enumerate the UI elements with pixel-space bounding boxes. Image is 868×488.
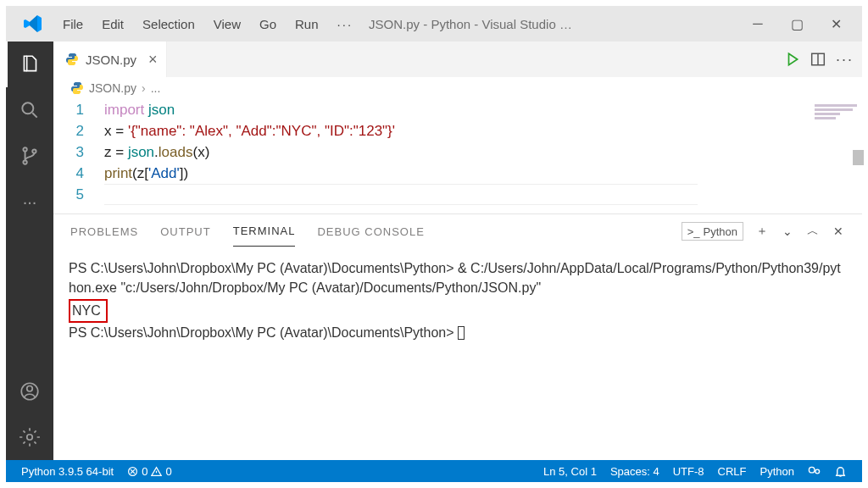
vscode-window: File Edit Selection View Go Run ··· JSON… (0, 0, 868, 488)
activity-search[interactable] (6, 87, 53, 133)
python-file-icon (65, 53, 79, 66)
terminal[interactable]: PS C:\Users\John\Dropbox\My PC (Avatar)\… (53, 248, 862, 460)
activity-more[interactable]: ··· (6, 179, 53, 225)
editor-scrollbar[interactable] (853, 150, 864, 165)
files-icon (19, 53, 42, 75)
window-close-button[interactable]: ✕ (816, 16, 855, 32)
feedback-icon (808, 465, 821, 478)
panel-tab-problems[interactable]: PROBLEMS (70, 217, 138, 247)
panel-close-button[interactable]: ✕ (832, 225, 845, 238)
terminal-cursor (458, 326, 465, 340)
code-editor[interactable]: 1import json 2x = '{"name": "Alex", "Add… (53, 99, 862, 214)
tab-label: JSON.py (86, 53, 136, 67)
window-maximize-button[interactable]: ▢ (777, 16, 816, 32)
split-editor-button[interactable] (810, 52, 826, 67)
activity-settings[interactable] (6, 414, 53, 460)
error-icon (127, 466, 138, 477)
vscode-logo-icon (23, 14, 43, 34)
terminal-profile-selector[interactable]: >_Python (682, 222, 743, 241)
status-python-version[interactable]: Python 3.9.5 64-bit (14, 465, 120, 478)
status-indent[interactable]: Spaces: 4 (604, 465, 666, 478)
menu-run[interactable]: Run (286, 17, 328, 31)
menu-file[interactable]: File (53, 17, 92, 31)
status-encoding[interactable]: UTF-8 (666, 465, 711, 478)
minimap[interactable] (815, 103, 857, 128)
breadcrumb-file: JSON.py (89, 81, 136, 95)
svg-point-5 (27, 386, 33, 392)
menu-overflow[interactable]: ··· (328, 17, 363, 31)
terminal-output-highlight: NYC (69, 299, 108, 322)
breadcrumb-separator: › (142, 81, 146, 95)
menu-go[interactable]: Go (250, 17, 286, 31)
title-bar: File Edit Selection View Go Run ··· JSON… (6, 6, 862, 42)
terminal-line: PS C:\Users\John\Dropbox\My PC (Avatar)\… (69, 258, 847, 297)
status-notifications-button[interactable] (827, 465, 854, 478)
svg-point-10 (815, 469, 820, 474)
terminal-line: PS C:\Users\John\Dropbox\My PC (Avatar)\… (69, 323, 847, 342)
activity-bar: ··· (6, 42, 53, 460)
warning-icon (151, 466, 162, 477)
window-minimize-button[interactable]: ─ (738, 16, 777, 31)
activity-source-control[interactable] (6, 133, 53, 179)
menu-selection[interactable]: Selection (133, 17, 204, 31)
panel-tab-terminal[interactable]: TERMINAL (233, 216, 296, 247)
status-feedback-button[interactable] (801, 465, 827, 478)
status-bar: Python 3.9.5 64-bit 0 0 Ln 5, Col 1 Spac… (6, 460, 862, 482)
menu-view[interactable]: View (204, 17, 250, 31)
svg-point-0 (22, 103, 33, 114)
gear-icon (19, 426, 41, 448)
panel-tab-output[interactable]: OUTPUT (160, 217, 210, 247)
bottom-panel: PROBLEMS OUTPUT TERMINAL DEBUG CONSOLE >… (53, 214, 862, 460)
menu-edit[interactable]: Edit (92, 17, 133, 31)
terminal-dropdown-button[interactable]: ⌄ (781, 225, 794, 238)
python-file-icon (70, 81, 84, 95)
search-icon (19, 99, 41, 121)
panel-maximize-button[interactable]: ︿ (806, 225, 820, 238)
tab-json-py[interactable]: JSON.py × (53, 42, 167, 77)
svg-point-3 (32, 149, 36, 152)
panel-tab-debug-console[interactable]: DEBUG CONSOLE (317, 217, 424, 247)
panel-tabs: PROBLEMS OUTPUT TERMINAL DEBUG CONSOLE >… (53, 214, 862, 248)
branch-icon (19, 145, 41, 167)
breadcrumb-more: ... (151, 81, 161, 95)
window-title: JSON.py - Python - Visual Studio … (369, 17, 572, 31)
activity-explorer[interactable] (6, 42, 53, 87)
account-icon (19, 380, 41, 402)
run-button[interactable] (785, 52, 800, 67)
status-cursor-position[interactable]: Ln 5, Col 1 (537, 465, 604, 478)
tab-close-button[interactable]: × (148, 51, 158, 69)
svg-point-6 (27, 435, 33, 441)
svg-point-1 (23, 147, 26, 151)
status-problems[interactable]: 0 0 (120, 465, 178, 478)
new-terminal-button[interactable]: ＋ (755, 225, 769, 238)
bell-icon (834, 465, 847, 478)
tab-bar: JSON.py × ··· (53, 42, 862, 77)
svg-point-2 (23, 160, 26, 164)
breadcrumb[interactable]: JSON.py › ... (53, 77, 862, 99)
svg-point-9 (809, 467, 815, 473)
status-language[interactable]: Python (754, 465, 801, 478)
editor-more-button[interactable]: ··· (836, 51, 854, 69)
activity-account[interactable] (6, 369, 53, 414)
status-eol[interactable]: CRLF (711, 465, 754, 478)
editor-group: JSON.py × ··· JSON.py › ... (53, 42, 862, 460)
